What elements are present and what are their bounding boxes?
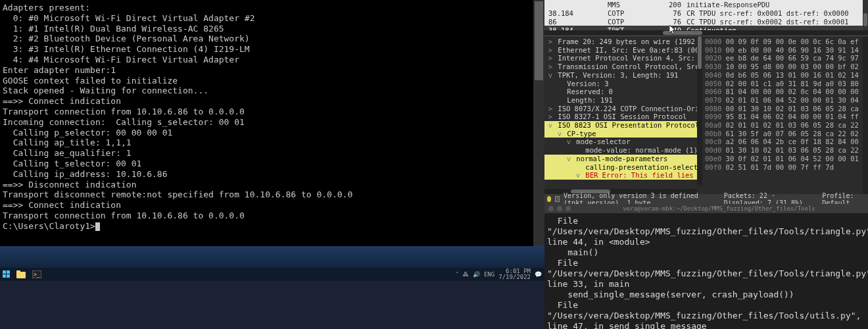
hex-row[interactable]: 0020 ee b8 de 64 00 66 59 ca 74 9c 97 ed…: [705, 54, 865, 63]
traffic-light-close[interactable]: [548, 206, 554, 211]
hex-row[interactable]: 0060 81 04 00 00 00 02 0c 04 00 00 00 01…: [705, 88, 865, 96]
tree-node[interactable]: > Internet Protocol Version 4, Src: 10.1…: [544, 54, 702, 63]
packet-list-vscroll-thumb[interactable]: [863, 13, 867, 26]
tree-node[interactable]: v CP-type: [544, 130, 702, 138]
wireshark-packet-list[interactable]: MMS200initiate-ResponsePDU38.184COTP76CR…: [544, 0, 868, 36]
tree-node[interactable]: mode-value: normal-mode (1): [544, 146, 702, 155]
wireshark-details-pane: > Frame 20: 249 bytes on wire (1992 bits…: [544, 36, 868, 194]
desktop-background: [0, 246, 544, 268]
capture-file-icon[interactable]: [555, 196, 560, 202]
hex-row[interactable]: 00f0 02 51 01 7d 00 00 7f ff 7d: [705, 163, 865, 172]
mouse-cursor-icon: [669, 25, 677, 36]
tray-network-icon[interactable]: 🖧: [463, 271, 469, 278]
protocol-tree[interactable]: > Frame 20: 249 bytes on wire (1992 bits…: [544, 36, 702, 194]
tree-node[interactable]: > Frame 20: 249 bytes on wire (1992 bits…: [544, 38, 702, 46]
svg-rect-3: [7, 274, 10, 278]
hex-row[interactable]: 00c0 a2 06 06 04 2b ce 0f 18 82 84 00 0c…: [705, 138, 865, 146]
host-background: [0, 281, 544, 329]
hex-row[interactable]: 0000 00 09 0f 09 00 0e 00 0c 6c 0a ef 83…: [705, 38, 865, 46]
tree-node[interactable]: calling-presentation-selector:: [544, 163, 702, 172]
packet-list-vscroll[interactable]: [863, 0, 868, 30]
svg-rect-5: [16, 270, 20, 273]
tray-notification-icon[interactable]: 💬: [535, 271, 542, 278]
svg-rect-1: [7, 270, 10, 274]
traffic-light-minimize[interactable]: [557, 206, 562, 211]
taskbar-explorer[interactable]: [14, 268, 28, 280]
hex-row[interactable]: 0030 10 00 95 d8 00 00 03 00 00 bf 02 f0…: [705, 63, 865, 71]
mac-window-title: vera@veram-mbk:~/Desktop/MMS_fuzzing/Oth…: [574, 205, 864, 212]
cmd-scroll-thumb[interactable]: [535, 1, 543, 80]
tree-vscroll-thumb[interactable]: [698, 36, 702, 69]
hex-row[interactable]: 0090 95 81 04 06 02 04 00 00 01 04 ff e1…: [705, 113, 865, 121]
tree-node[interactable]: Reserved: 0: [544, 88, 702, 96]
windows-cmd-window: Adapters present: 0: #0 Microsoft Wi-Fi …: [0, 0, 544, 281]
tree-node[interactable]: > Transmission Control Protocol, Src Por…: [544, 63, 702, 71]
tree-node[interactable]: > ISO 8073/X.224 COTP Connection-Oriente…: [544, 105, 702, 113]
hex-row[interactable]: 0040 0d b6 05 06 13 01 00 16 01 02 14 02…: [705, 71, 865, 80]
hex-row[interactable]: 0080 00 01 30 10 02 01 03 06 05 28 ca 22…: [705, 105, 865, 113]
tree-node[interactable]: v TPKT, Version: 3, Length: 191: [544, 71, 702, 80]
tree-node[interactable]: > Ethernet II, Src: Eve_0a:ef:83 (00:0c:…: [544, 46, 702, 55]
cmd-output[interactable]: Adapters present: 0: #0 Microsoft Wi-Fi …: [0, 0, 531, 246]
tray-date: 7/19/2022: [498, 274, 531, 280]
hex-dump[interactable]: 0000 00 09 0f 09 00 0e 00 0c 6c 0a ef 83…: [702, 36, 868, 194]
system-tray[interactable]: ˄ 🖧 🔊 ENG 6:01 PM 7/19/2022 💬: [456, 268, 544, 280]
mac-titlebar[interactable]: vera@veram-mbk:~/Desktop/MMS_fuzzing/Oth…: [544, 204, 868, 213]
packet-list-hscroll-thumb[interactable]: [663, 31, 702, 35]
hex-vscroll[interactable]: [863, 36, 868, 194]
packet-row[interactable]: 38.184COTP76CR TPDU src-ref: 0x0001 dst-…: [544, 9, 868, 17]
tree-node[interactable]: v ISO 8823 OSI Presentation Protocol: [544, 121, 702, 130]
packet-list-hscroll[interactable]: [544, 30, 868, 36]
mac-terminal-window: vera@veram-mbk:~/Desktop/MMS_fuzzing/Oth…: [544, 204, 868, 329]
packet-row[interactable]: MMS200initiate-ResponsePDU: [544, 0, 868, 9]
hex-row[interactable]: 00b0 61 30 5f a0 07 06 05 28 ca 22 02 03…: [705, 130, 865, 138]
hex-row[interactable]: 00d0 01 30 10 02 01 03 06 05 28 ca 22 02…: [705, 146, 865, 155]
tray-volume-icon[interactable]: 🔊: [473, 271, 480, 278]
start-button[interactable]: [0, 268, 13, 281]
windows-taskbar[interactable]: >_ ˄ 🖧 🔊 ENG 6:01 PM 7/19/2022 💬: [0, 268, 544, 281]
cmd-scrollbar[interactable]: [533, 0, 544, 246]
svg-rect-0: [3, 270, 6, 274]
tray-lang[interactable]: ENG: [484, 271, 494, 278]
svg-text:>_: >_: [34, 272, 40, 278]
packet-row[interactable]: 86COTP76CC TPDU src-ref: 0x0002 dst-ref:…: [544, 17, 868, 26]
hex-row[interactable]: 0050 02 00 01 c1 a0 31 81 9d a0 03 80 01…: [705, 80, 865, 88]
tree-vscroll[interactable]: [697, 36, 702, 186]
svg-rect-2: [3, 274, 6, 278]
hex-row[interactable]: 0070 02 01 01 06 04 52 00 00 01 30 04 06…: [705, 96, 865, 105]
tree-node[interactable]: v normal-mode-parameters: [544, 155, 702, 163]
hex-row[interactable]: 00e0 30 0f 02 01 01 06 04 52 00 00 01 30…: [705, 155, 865, 163]
traffic-light-zoom[interactable]: [566, 206, 571, 211]
mac-terminal-output[interactable]: File "/Users/vera/Desktop/MMS_fuzzing/Ot…: [544, 213, 868, 329]
tree-node[interactable]: Length: 191: [544, 96, 702, 105]
taskbar-cmd[interactable]: >_: [30, 268, 44, 280]
hex-row[interactable]: 00a0 02 01 01 02 01 03 06 05 28 ca 22 02…: [705, 121, 865, 130]
tree-node[interactable]: v mode-selector: [544, 138, 702, 146]
tray-chevron-icon[interactable]: ˄: [456, 271, 459, 278]
hex-row[interactable]: 0010 00 eb 00 00 40 06 90 16 30 91 14 0a…: [705, 46, 865, 55]
tree-node[interactable]: > ISO 8327-1 OSI Session Protocol: [544, 113, 702, 121]
tree-node[interactable]: Version: 3: [544, 80, 702, 88]
tray-clock[interactable]: 6:01 PM 7/19/2022: [498, 268, 531, 280]
tree-node[interactable]: v BER Error: This field lies beyo…: [544, 171, 702, 180]
expert-info-icon[interactable]: [547, 196, 551, 202]
wireshark-status-bar: Version, only version 3 is defined (tpkt…: [544, 194, 868, 204]
